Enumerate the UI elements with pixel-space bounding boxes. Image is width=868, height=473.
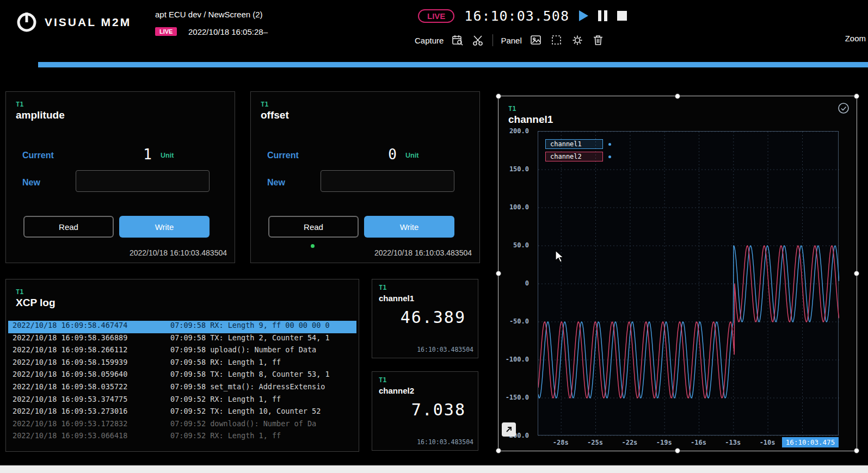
log-row[interactable]: 2022/10/18 16:09:53.27301607:09:52 TX: L…	[8, 407, 356, 419]
log-row-time: 2022/10/18 16:09:58.467474	[13, 321, 170, 329]
timeline-progress-bar[interactable]	[38, 62, 868, 67]
read-button[interactable]: Read	[268, 216, 359, 238]
legend-row: channel2	[545, 152, 611, 161]
channel2-current-value: 7.038	[411, 400, 466, 419]
log-row[interactable]: 2022/10/18 16:09:58.46747407:09:58 RX: L…	[8, 321, 356, 333]
selection-handle[interactable]	[496, 271, 501, 276]
target-tag: T1	[508, 105, 516, 113]
write-button[interactable]: Write	[119, 216, 210, 238]
panel-timestamp: 2022/10/18 16:10:03.483504	[130, 248, 227, 257]
x-tick-label: -25s	[587, 439, 603, 446]
y-tick-label: -150.0	[506, 394, 529, 401]
selection-handle[interactable]	[854, 94, 859, 99]
y-axis-labels: 200.0150.0100.050.00-50.0-100.0-150.0-20…	[498, 131, 533, 435]
value-timestamp: 16:10:03.483504	[417, 346, 473, 353]
check-circle-icon[interactable]	[837, 102, 850, 115]
new-value-input[interactable]	[76, 170, 210, 192]
chart-legend: channel1channel2	[545, 139, 611, 164]
log-row-time: 2022/10/18 16:09:58.159939	[13, 358, 170, 366]
panel-title: amplitude	[16, 109, 65, 121]
current-label: Current	[22, 151, 54, 160]
log-row[interactable]: 2022/10/18 16:09:58.36688907:09:58 TX: L…	[8, 333, 356, 346]
selection-handle[interactable]	[496, 94, 501, 99]
expand-arrow-icon	[504, 425, 513, 434]
capture-label: Capture	[415, 36, 444, 45]
new-label: New	[22, 178, 40, 188]
selection-handle[interactable]	[675, 448, 680, 453]
new-value-input[interactable]	[321, 170, 454, 192]
log-row-time: 2022/10/18 16:09:58.035722	[13, 382, 170, 391]
unit-label: Unit	[161, 152, 174, 159]
legend-drag-dot[interactable]	[608, 143, 611, 146]
y-tick-label: 0	[525, 279, 529, 287]
log-row-message: 07:09:52 RX: Length 1, ff	[170, 395, 281, 403]
legend-drag-dot[interactable]	[608, 155, 611, 158]
log-row-time: 2022/10/18 16:09:53.172832	[13, 419, 170, 428]
panel-add-media-icon[interactable]	[530, 34, 543, 47]
stop-button[interactable]	[617, 11, 627, 21]
channel1-current-value: 46.389	[401, 308, 466, 327]
panel-settings-gear-icon[interactable]	[571, 34, 584, 47]
log-row-time: 2022/10/18 16:09:53.273016	[13, 407, 170, 415]
zoom-label[interactable]: Zoom	[845, 34, 866, 43]
value-timestamp: 16:10:03.483504	[417, 438, 473, 446]
legend-row: channel1	[545, 139, 611, 149]
amplitude-panel: T1 amplitude Current 1 Unit New Read Wri…	[5, 91, 235, 263]
panel-title: XCP log	[16, 297, 56, 309]
expand-icon[interactable]	[502, 422, 516, 437]
selection-handle[interactable]	[854, 448, 859, 453]
offset-panel: T1 offset Current 0 Unit New Read Write …	[250, 91, 480, 263]
log-row[interactable]: 2022/10/18 16:09:53.37477507:09:52 RX: L…	[8, 395, 356, 407]
capture-calendar-search-icon[interactable]	[451, 34, 464, 47]
x-tick-label: -19s	[656, 439, 672, 446]
panel-timestamp: 2022/10/18 16:10:03.483504	[374, 248, 472, 257]
legend-item-channel2[interactable]: channel2	[545, 152, 603, 161]
panel-trash-icon[interactable]	[592, 34, 605, 47]
x-tick-label: -13s	[725, 439, 741, 446]
play-button[interactable]	[579, 10, 588, 21]
log-row-message: 07:09:52 download(): Number of Da	[170, 419, 316, 428]
selection-handle[interactable]	[496, 448, 501, 453]
pause-button[interactable]	[598, 10, 607, 21]
current-time-clock: 16:10:03.508	[464, 8, 569, 24]
y-tick-label: 100.0	[509, 203, 529, 211]
screen-title: apt ECU dev / NewScreen (2)	[155, 10, 263, 19]
capture-panel-toolbar: Capture Panel	[415, 32, 605, 49]
write-button[interactable]: Write	[364, 216, 454, 238]
live-pill[interactable]: LIVE	[418, 9, 454, 23]
window-bottom-edge	[0, 465, 868, 473]
legend-item-channel1[interactable]: channel1	[545, 139, 603, 149]
log-row-message: 07:09:52 RX: Length 1, ff	[170, 431, 281, 440]
log-row-message: 07:09:58 RX: Length 9, ff 00 00 00 0	[170, 321, 330, 329]
chart-plot-area[interactable]	[538, 131, 839, 435]
target-tag: T1	[379, 376, 386, 384]
log-row[interactable]: 2022/10/18 16:09:53.06641807:09:52 RX: L…	[8, 431, 356, 444]
channel1-chart-panel[interactable]: T1 channel1 200.0150.0100.050.00-50.0-10…	[498, 96, 857, 451]
selection-handle[interactable]	[854, 271, 859, 276]
log-row-time: 2022/10/18 16:09:58.059640	[13, 370, 170, 378]
logo: VISUAL M2M	[14, 10, 131, 35]
log-row[interactable]: 2022/10/18 16:09:53.17283207:09:52 downl…	[8, 419, 356, 432]
panel-title: offset	[261, 109, 289, 121]
capture-scissors-icon[interactable]	[472, 34, 485, 47]
logo-text: VISUAL M2M	[45, 16, 131, 29]
target-tag: T1	[16, 288, 23, 296]
read-button[interactable]: Read	[23, 216, 114, 238]
panel-label: Panel	[501, 36, 521, 45]
log-row-message: 07:09:58 TX: Length 8, Counter 53, 1	[170, 370, 330, 378]
selection-handle[interactable]	[675, 94, 680, 99]
log-row-message: 07:09:58 upload(): Number of Data	[170, 345, 316, 354]
panel-select-region-icon[interactable]	[550, 34, 563, 47]
log-row[interactable]: 2022/10/18 16:09:58.15993907:09:58 RX: L…	[8, 358, 356, 370]
target-tag: T1	[379, 284, 386, 291]
current-label: Current	[267, 151, 299, 160]
y-tick-label: -100.0	[506, 356, 529, 363]
log-row-time: 2022/10/18 16:09:53.066418	[13, 431, 170, 440]
chart-current-time: 16:10:03.475	[782, 437, 839, 447]
log-row[interactable]: 2022/10/18 16:09:58.03572207:09:58 set_m…	[8, 382, 356, 395]
panel-title: channel1	[508, 114, 553, 126]
log-row[interactable]: 2022/10/18 16:09:58.05964007:09:58 TX: L…	[8, 370, 356, 382]
target-tag: T1	[261, 101, 268, 108]
log-row[interactable]: 2022/10/18 16:09:58.26611207:09:58 uploa…	[8, 345, 356, 358]
xcp-log-panel: T1 XCP log 2022/10/18 16:09:58.46747407:…	[5, 279, 359, 452]
